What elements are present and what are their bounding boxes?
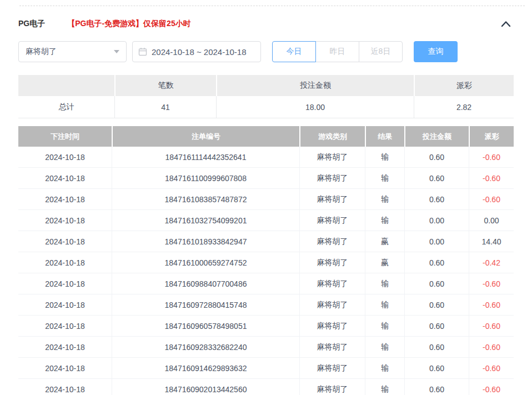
result-cell: 输 — [365, 337, 404, 358]
bet-row: 2024-10-181847161100999607808麻将胡了输0.60-0… — [18, 168, 514, 189]
result-cell: 输 — [365, 379, 404, 395]
bet-row: 2024-10-181847161083857487872麻将胡了输0.60-0… — [18, 189, 514, 210]
summary-total-count: 41 — [114, 96, 216, 118]
date-range-value: 2024-10-18 ~ 2024-10-18 — [152, 47, 247, 57]
game-type-cell: 麻将胡了 — [299, 358, 365, 379]
quick-filter-button-2[interactable]: 昨日 — [315, 41, 359, 62]
payout-cell: -0.60 — [469, 337, 514, 358]
bet-amount-cell: 0.00 — [404, 210, 469, 231]
page-title: PG电子 — [18, 19, 45, 29]
payout-cell: -0.60 — [469, 168, 514, 189]
bet-date-cell: 2024-10-18 — [18, 294, 112, 316]
order-no-cell: 1847160928332682240 — [112, 337, 299, 358]
bet-amount-cell: 0.60 — [404, 189, 469, 210]
order-no-cell: 1847160914629893632 — [112, 358, 299, 379]
payout-cell: -0.60 — [469, 379, 514, 395]
game-type-cell: 麻将胡了 — [299, 273, 365, 294]
game-select-value: 麻将胡了 — [26, 47, 57, 57]
bet-amount-cell: 0.00 — [404, 231, 469, 252]
bet-row: 2024-10-181847161032754099201麻将胡了输0.000.… — [18, 210, 514, 231]
result-cell: 输 — [365, 168, 404, 189]
order-no-cell: 1847161000659274752 — [112, 252, 299, 273]
order-no-cell: 1847160960578498051 — [112, 316, 299, 337]
bet-row: 2024-10-181847160972880415748麻将胡了输0.60-0… — [18, 294, 514, 316]
bet-row: 2024-10-181847161114442352641麻将胡了输0.60-0… — [18, 147, 514, 168]
game-type-cell: 麻将胡了 — [299, 337, 365, 358]
game-type-cell: 麻将胡了 — [299, 252, 365, 273]
game-type-cell: 麻将胡了 — [299, 231, 365, 252]
result-cell: 输 — [365, 294, 404, 316]
order-no-cell: 1847161100999607808 — [112, 168, 299, 189]
payout-cell: 0.00 — [469, 210, 514, 231]
order-no-cell: 1847161083857487872 — [112, 189, 299, 210]
bet-amount-cell: 0.60 — [404, 273, 469, 294]
summary-total-bet-amount: 18.00 — [216, 96, 414, 118]
bet-amount-cell: 0.60 — [404, 337, 469, 358]
calendar-icon — [138, 47, 147, 56]
quick-filter-button-1[interactable]: 今日 — [272, 41, 316, 62]
game-select[interactable]: 麻将胡了 — [18, 41, 127, 62]
payout-cell: 14.40 — [469, 231, 514, 252]
chevron-up-icon — [501, 21, 511, 27]
bet-row: 2024-10-181847160928332682240麻将胡了输0.60-0… — [18, 337, 514, 358]
summary-header-empty — [18, 75, 114, 96]
bet-header-game-type: 游戏类别 — [299, 126, 365, 147]
payout-cell: -0.60 — [469, 273, 514, 294]
game-type-cell: 麻将胡了 — [299, 189, 365, 210]
payout-cell: -0.60 — [469, 316, 514, 337]
bet-date-cell: 2024-10-18 — [18, 316, 112, 337]
summary-header-bet-amount: 投注金额 — [216, 75, 414, 96]
bet-date-cell: 2024-10-18 — [18, 189, 112, 210]
bet-header-bet-amount: 投注金额 — [404, 126, 469, 147]
order-no-cell: 1847161032754099201 — [112, 210, 299, 231]
game-type-cell: 麻将胡了 — [299, 210, 365, 231]
chevron-down-icon — [114, 50, 119, 53]
result-cell: 输 — [365, 189, 404, 210]
quick-filter-button-3[interactable]: 近8日 — [359, 41, 403, 62]
game-type-cell: 麻将胡了 — [299, 379, 365, 395]
bet-row: 2024-10-181847160960578498051麻将胡了输0.60-0… — [18, 316, 514, 337]
result-cell: 输 — [365, 316, 404, 337]
payout-cell: -0.60 — [469, 358, 514, 379]
bet-header-result: 结果 — [365, 126, 404, 147]
result-cell: 赢 — [365, 231, 404, 252]
bet-date-cell: 2024-10-18 — [18, 147, 112, 168]
bet-row: 2024-10-181847161000659274752麻将胡了赢0.60-0… — [18, 252, 514, 273]
promo-notice: 【PG电子-免费游戏】仅保留25小时 — [67, 19, 190, 29]
result-cell: 输 — [365, 210, 404, 231]
bet-amount-cell: 0.60 — [404, 147, 469, 168]
bet-header-time: 下注时间 — [18, 126, 112, 147]
bet-amount-cell: 0.60 — [404, 316, 469, 337]
bet-amount-cell: 0.60 — [404, 379, 469, 395]
game-type-cell: 麻将胡了 — [299, 168, 365, 189]
bet-amount-cell: 0.60 — [404, 294, 469, 316]
game-type-cell: 麻将胡了 — [299, 294, 365, 316]
bet-date-cell: 2024-10-18 — [18, 379, 112, 395]
result-cell: 输 — [365, 358, 404, 379]
order-no-cell: 1847160972880415748 — [112, 294, 299, 316]
payout-cell: -0.60 — [469, 189, 514, 210]
bet-date-cell: 2024-10-18 — [18, 358, 112, 379]
bet-date-cell: 2024-10-18 — [18, 210, 112, 231]
panel-header: PG电子 【PG电子-免费游戏】仅保留25小时 — [18, 18, 514, 30]
filter-bar: 麻将胡了 2024-10-18 ~ 2024-10-18 今日昨日近8日 查询 — [18, 41, 514, 62]
payout-cell: -0.42 — [469, 252, 514, 273]
bet-header-payout: 派彩 — [469, 126, 514, 147]
bet-header-order-no: 注单编号 — [112, 126, 299, 147]
bet-row: 2024-10-181847160902013442560麻将胡了输0.60-0… — [18, 379, 514, 395]
payout-cell: -0.60 — [469, 147, 514, 168]
query-button[interactable]: 查询 — [414, 41, 458, 62]
bet-date-cell: 2024-10-18 — [18, 231, 112, 252]
bet-row: 2024-10-181847160914629893632麻将胡了输0.60-0… — [18, 358, 514, 379]
result-cell: 输 — [365, 273, 404, 294]
collapse-button[interactable] — [498, 18, 514, 30]
bet-date-cell: 2024-10-18 — [18, 252, 112, 273]
bet-records-table: 下注时间 注单编号 游戏类别 结果 投注金额 派彩 2024-10-181847… — [18, 126, 514, 395]
summary-table: 笔数 投注金额 派彩 总计 41 18.00 2.82 — [18, 75, 514, 118]
order-no-cell: 1847161114442352641 — [112, 147, 299, 168]
date-range-input[interactable]: 2024-10-18 ~ 2024-10-18 — [132, 41, 261, 62]
bet-row: 2024-10-181847161018933842947麻将胡了赢0.0014… — [18, 231, 514, 252]
bet-amount-cell: 0.60 — [404, 252, 469, 273]
summary-header-count: 笔数 — [114, 75, 216, 96]
game-type-cell: 麻将胡了 — [299, 316, 365, 337]
